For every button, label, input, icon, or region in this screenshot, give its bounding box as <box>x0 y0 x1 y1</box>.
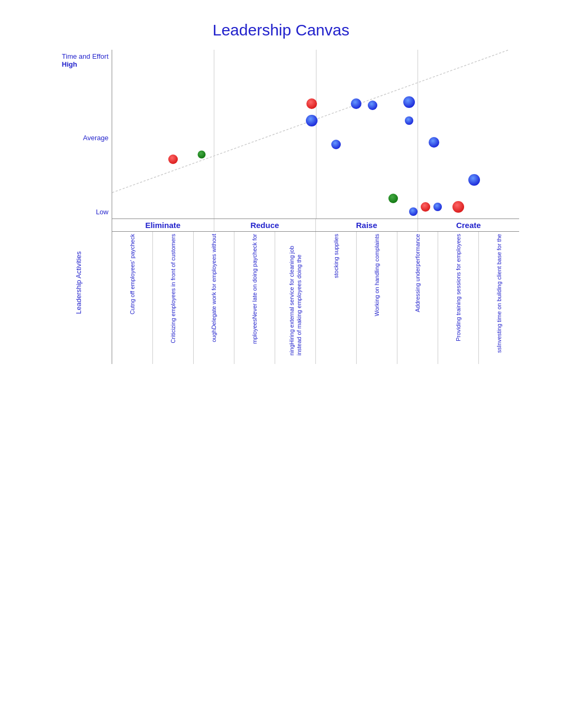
x-axis-label: Leadership Activities <box>75 251 83 314</box>
col-2: oughDelegate work for employees without <box>193 232 234 364</box>
dot-create-1 <box>388 194 398 203</box>
y-label-high: Time and Effort High <box>62 52 108 68</box>
dot-create-4 <box>429 137 439 148</box>
y-label-avg: Average <box>83 133 108 142</box>
col-5: stocking supplies <box>315 232 356 364</box>
section-line-2 <box>316 50 316 219</box>
section-headers-row: Eliminate Reduce Raise Create <box>112 219 519 232</box>
dot-eliminate-1 <box>168 154 178 164</box>
dot-create-9 <box>468 174 480 186</box>
col-6: Working on handling complaints <box>356 232 397 364</box>
col-7: Addressing underperformance <box>397 232 438 364</box>
columns-row: Cutng off employees' paycheck Criticizin… <box>112 232 519 364</box>
section-header-create: Create <box>418 219 520 231</box>
section-header-raise: Raise <box>315 219 418 231</box>
section-header-reduce: Reduce <box>214 219 316 231</box>
dot-eliminate-2 <box>198 150 206 158</box>
chart-title: Leadership Canvas <box>43 21 519 39</box>
col-3: mployeesNever late on doing paycheck for <box>234 232 275 364</box>
dot-create-6 <box>421 202 430 212</box>
dot-raise-5 <box>368 101 377 110</box>
canvas-wrapper: Leadership Canvas Time and Effort High <box>43 21 519 364</box>
dot-create-7 <box>433 203 442 211</box>
col-9: ssInvesting time on building client base… <box>478 232 519 364</box>
dot-create-2 <box>403 96 415 108</box>
col-0: Cutng off employees' paycheck <box>112 232 152 364</box>
dot-create-3 <box>405 116 413 125</box>
section-line-1 <box>214 50 214 219</box>
section-line-3 <box>418 50 418 219</box>
col-1: Criticizing employees in front of custom… <box>152 232 193 364</box>
dot-raise-4 <box>351 98 361 109</box>
y-label-low: Low <box>96 207 108 216</box>
dot-raise-1 <box>306 98 317 109</box>
col-8: Providing training sessions for employee… <box>438 232 478 364</box>
dot-raise-2 <box>306 115 318 126</box>
section-header-eliminate: Eliminate <box>112 219 214 231</box>
dot-create-5 <box>409 207 418 216</box>
dot-raise-3 <box>331 140 341 149</box>
dot-create-8 <box>452 201 464 213</box>
plot-area <box>112 50 519 219</box>
col-4: ningHiring external service for cleaning… <box>275 232 315 364</box>
